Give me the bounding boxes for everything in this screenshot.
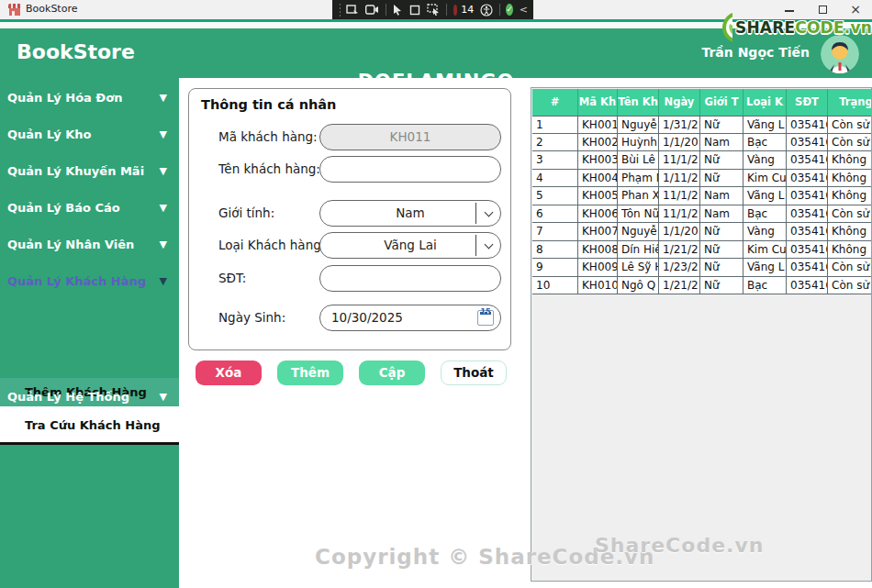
video-camera-icon[interactable] — [365, 0, 379, 19]
table-cell[interactable]: KH009 — [578, 259, 618, 277]
table-cell[interactable]: 7 — [532, 223, 578, 241]
table-cell[interactable]: Tôn Nữ — [618, 205, 659, 224]
table-header-cell[interactable]: SĐT — [787, 89, 828, 116]
table-cell[interactable]: Huỳnh — [618, 134, 659, 152]
table-cell[interactable]: Nam — [700, 134, 743, 152]
table-cell[interactable]: 035416 — [787, 259, 828, 277]
table-cell[interactable]: 035416 — [787, 187, 828, 205]
table-cell[interactable]: Phạm N — [618, 170, 659, 188]
table-cell[interactable]: Bạc — [743, 205, 787, 224]
table-cell[interactable]: Kim Cu — [743, 170, 787, 188]
customer-name-input[interactable] — [319, 156, 501, 183]
table-header-cell[interactable]: Trạng — [828, 89, 872, 116]
sidebar-subitem[interactable]: Tra Cứu Khách Hàng — [0, 406, 179, 445]
table-cell[interactable]: Nữ — [700, 259, 743, 277]
table-cell[interactable]: Không — [828, 187, 872, 205]
table-cell[interactable]: KH008 — [578, 241, 618, 260]
table-cell[interactable]: 8 — [532, 241, 578, 260]
delete-button[interactable]: Xóa — [196, 361, 262, 385]
table-cell[interactable]: Ngô Q — [618, 277, 659, 295]
table-cell[interactable]: Bạc — [743, 134, 787, 152]
table-cell[interactable]: Không — [828, 151, 872, 170]
collapse-toolbar-icon[interactable]: < — [520, 4, 528, 16]
table-cell[interactable]: 1/11/2 — [659, 170, 700, 188]
table-cell[interactable]: Không — [828, 170, 872, 188]
table-cell[interactable]: Còn sử — [828, 116, 872, 134]
table-cell[interactable]: 1/21/2 — [659, 277, 700, 295]
table-cell[interactable]: Dín Hiề — [618, 241, 659, 260]
table-cell[interactable]: 035416 — [787, 241, 828, 260]
record-indicator-icon[interactable] — [453, 5, 458, 16]
table-cell[interactable]: 1/31/2 — [659, 116, 700, 134]
table-cell[interactable]: Nữ — [700, 151, 743, 170]
table-cell[interactable]: Còn sử — [828, 134, 872, 152]
table-cell[interactable]: Vãng L — [743, 116, 787, 134]
table-cell[interactable]: KH002 — [578, 134, 618, 152]
table-cell[interactable]: Nguyễ — [618, 223, 659, 241]
table-cell[interactable]: Không — [828, 223, 872, 241]
table-cell[interactable]: 6 — [532, 205, 578, 224]
table-cell[interactable]: Bùi Lê — [618, 151, 659, 170]
table-cell[interactable]: 5 — [532, 187, 578, 205]
table-cell[interactable]: Vàng — [743, 151, 787, 170]
table-row[interactable]: 6KH006Tôn Nữ11/1/2NamBạc035416Còn sử — [532, 205, 872, 224]
cursor-icon[interactable] — [392, 0, 403, 19]
accessibility-icon[interactable] — [480, 0, 493, 19]
capture-screen-icon[interactable] — [346, 0, 359, 19]
table-cell[interactable]: KH007 — [578, 223, 618, 241]
table-header-cell[interactable]: Giới T — [700, 89, 743, 116]
table-cell[interactable]: 4 — [532, 170, 578, 188]
table-row[interactable]: 10KH010Ngô Q1/21/2NữBạc035416Còn sử — [532, 277, 872, 295]
table-cell[interactable]: Nữ — [700, 223, 743, 241]
table-cell[interactable]: 1/1/20 — [659, 223, 700, 241]
table-cell[interactable]: KH003 — [578, 151, 618, 170]
table-cell[interactable]: 9 — [532, 259, 578, 277]
table-row[interactable]: 8KH008Dín Hiề1/21/2NữKim Cu035416Không — [532, 241, 872, 260]
table-cell[interactable]: 11/1/2 — [659, 151, 700, 170]
table-row[interactable]: 2KH002Huỳnh1/1/20NamBạc035416Còn sử — [532, 134, 872, 152]
exit-button[interactable]: Thoát — [441, 361, 507, 385]
table-cell[interactable]: KH010 — [578, 277, 618, 295]
sidebar-item[interactable]: Quản Lý Kho▼ — [0, 125, 179, 145]
table-cell[interactable]: 035416 — [787, 170, 828, 188]
customer-type-select[interactable]: Vãng Lai — [319, 232, 501, 259]
table-cell[interactable]: KH004 — [578, 170, 618, 188]
table-cell[interactable]: 1/1/20 — [659, 134, 700, 152]
table-cell[interactable]: 10 — [532, 277, 578, 295]
table-row[interactable]: 9KH009Lê Sỹ H1/23/2NữVãng L035416Còn sử — [532, 259, 872, 277]
birth-date-picker[interactable]: 10/30/2025 15 — [319, 305, 501, 331]
table-cell[interactable]: 035416 — [787, 134, 828, 152]
table-cell[interactable]: Nữ — [700, 170, 743, 188]
phone-input[interactable] — [319, 265, 501, 292]
confirm-check-icon[interactable]: ✓ — [506, 4, 513, 16]
region-select-icon[interactable] — [409, 0, 420, 19]
sidebar-item[interactable]: Quản Lý Báo Cáo▼ — [0, 198, 179, 218]
table-cell[interactable]: 1/21/2 — [659, 241, 700, 260]
table-cell[interactable]: Vãng L — [743, 187, 787, 205]
table-cell[interactable]: Còn sử — [828, 259, 872, 277]
table-cell[interactable]: Nguyễ — [618, 116, 659, 134]
table-cell[interactable]: Lê Sỹ H — [618, 259, 659, 277]
table-cell[interactable]: Nam — [700, 187, 743, 205]
sidebar-item[interactable]: Quản Lý Nhân Viên▼ — [0, 235, 179, 255]
table-cell[interactable]: 035416 — [787, 116, 828, 134]
table-cell[interactable]: Kim Cu — [743, 241, 787, 260]
table-cell[interactable]: 035416 — [787, 151, 828, 170]
sidebar-item[interactable]: Quản Lý Khách Hàng▼ — [0, 272, 179, 292]
table-cell[interactable]: 11/1/2 — [659, 187, 700, 205]
table-cell[interactable]: Còn sử — [828, 277, 872, 295]
table-cell[interactable]: Phan X — [618, 187, 659, 205]
table-row[interactable]: 1KH001Nguyễ1/31/2NữVãng L035416Còn sử — [532, 116, 872, 134]
table-cell[interactable]: KH001 — [578, 116, 618, 134]
table-header-cell[interactable]: Tên Kh — [618, 89, 659, 116]
update-button[interactable]: Cập Nhập — [359, 361, 425, 385]
table-cell[interactable]: Còn sử — [828, 205, 872, 224]
table-cell[interactable]: Nữ — [700, 277, 743, 295]
cursor-capture-icon[interactable] — [427, 0, 440, 19]
gender-select[interactable]: Nam — [319, 200, 501, 227]
calendar-icon[interactable]: 15 — [477, 310, 494, 326]
table-cell[interactable]: 1 — [532, 116, 578, 134]
table-row[interactable]: 5KH005Phan X11/1/2NamVãng L035416Không — [532, 187, 872, 205]
table-cell[interactable]: 035416 — [787, 223, 828, 241]
table-cell[interactable]: 3 — [532, 151, 578, 170]
